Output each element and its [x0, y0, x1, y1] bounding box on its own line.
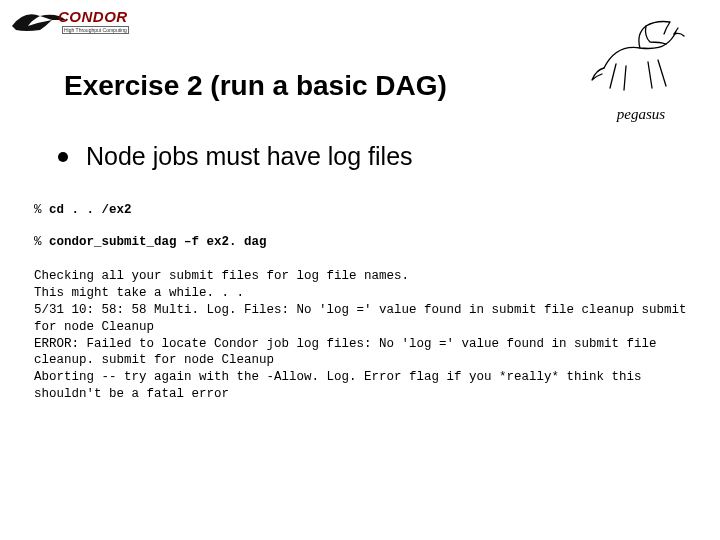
pegasus-caption: pegasus: [586, 106, 696, 123]
slide-title: Exercise 2 (run a basic DAG): [64, 70, 447, 102]
bullet-icon: [58, 152, 68, 162]
terminal-output: Checking all your submit files for log f…: [34, 268, 690, 403]
pegasus-horse-icon: [586, 14, 696, 100]
command-1: cd . . /ex2: [49, 203, 132, 217]
condor-tagline: High Throughput Computing: [62, 26, 129, 34]
terminal-line-1: % cd . . /ex2: [34, 202, 690, 219]
bullet-text: Node jobs must have log files: [86, 142, 413, 171]
pegasus-logo: pegasus: [586, 14, 696, 124]
prompt: %: [34, 203, 49, 217]
condor-wordmark: CONDOR: [58, 8, 128, 25]
terminal-line-2: % condor_submit_dag –f ex2. dag: [34, 234, 690, 251]
prompt: %: [34, 235, 49, 249]
condor-logo: CONDOR High Throughput Computing: [10, 6, 90, 38]
command-2: condor_submit_dag –f ex2. dag: [49, 235, 267, 249]
slide: CONDOR High Throughput Computing pegasus…: [0, 0, 720, 540]
bullet-row: Node jobs must have log files: [58, 142, 413, 171]
